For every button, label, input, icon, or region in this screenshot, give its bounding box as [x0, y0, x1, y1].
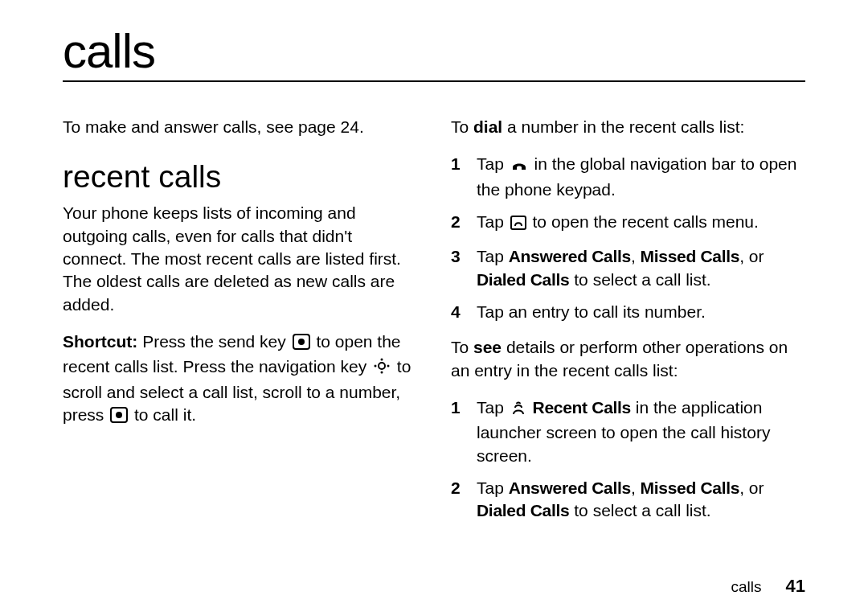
recent-calls-app-icon [510, 399, 526, 421]
title-rule [63, 80, 805, 82]
c2: , or [739, 247, 764, 265]
step-text: Tap Recent Calls in the application laun… [477, 396, 805, 467]
navigation-key-icon [373, 357, 391, 380]
dial-intro: To dial a number in the recent calls lis… [451, 116, 805, 138]
s2-2-b: to select a call list. [569, 501, 710, 519]
shortcut-paragraph: Shortcut: Press the send key to open the… [63, 331, 417, 429]
step2-b: to open the recent calls menu. [528, 212, 759, 231]
see-a: To [451, 338, 473, 356]
step-text: Tap Answered Calls, Missed Calls, or Dia… [477, 245, 805, 291]
send-key-icon [293, 333, 310, 355]
left-column: To make and answer calls, see page 24. r… [63, 116, 417, 536]
send-key-icon [110, 406, 128, 429]
recent-calls-app-label: Recent Calls [533, 398, 631, 417]
see-steps: 1 Tap Recent Calls in the application la… [451, 396, 805, 523]
footer-page-number: 41 [786, 576, 805, 597]
page-title: calls [63, 27, 805, 76]
step-number: 1 [451, 153, 465, 201]
columns: To make and answer calls, see page 24. r… [63, 116, 805, 536]
answered-calls-label: Answered Calls [509, 247, 631, 265]
section-heading-recent-calls: recent calls [63, 161, 417, 194]
recent-calls-menu-icon [510, 213, 526, 236]
c1: , [631, 247, 641, 265]
right-column: To dial a number in the recent calls lis… [451, 116, 805, 536]
see-b: details or perform other operations on a… [451, 338, 788, 379]
s2-2-a: Tap [477, 478, 509, 497]
see-step-1: 1 Tap Recent Calls in the application la… [451, 396, 805, 467]
phone-icon [510, 155, 528, 178]
svg-point-3 [381, 359, 383, 361]
step-number: 1 [451, 396, 465, 467]
dialed-calls-label: Dialed Calls [477, 270, 569, 289]
footer-section: calls [731, 578, 762, 596]
shortcut-text-a: Press the send key [137, 332, 290, 351]
step3-b: to select a call list. [569, 270, 710, 289]
c1b: , [631, 478, 641, 497]
svg-point-5 [375, 365, 377, 368]
shortcut-text-d: to call it. [129, 405, 196, 424]
missed-calls-label: Missed Calls [641, 478, 740, 497]
s2-1-a: Tap [477, 398, 509, 417]
step3-a: Tap [477, 247, 509, 265]
see-bold: see [473, 338, 502, 356]
shortcut-label: Shortcut: [63, 332, 137, 351]
svg-point-8 [116, 412, 122, 418]
see-intro: To see details or perform other operatio… [451, 336, 805, 382]
step-text: Tap in the global navigation bar to open… [477, 153, 805, 201]
recent-calls-description: Your phone keeps lists of incoming and o… [63, 202, 417, 316]
see-step-2: 2 Tap Answered Calls, Missed Calls, or D… [451, 477, 805, 523]
step-text: Tap to open the recent calls menu. [477, 211, 805, 236]
dialed-calls-label: Dialed Calls [477, 501, 569, 519]
step-3: 3 Tap Answered Calls, Missed Calls, or D… [451, 245, 805, 291]
dial-bold: dial [473, 117, 502, 136]
svg-point-4 [381, 372, 383, 374]
page: calls To make and answer calls, see page… [0, 0, 868, 616]
svg-point-2 [379, 363, 385, 369]
step1-a: Tap [477, 154, 509, 173]
step-text: Tap Answered Calls, Missed Calls, or Dia… [477, 477, 805, 523]
step2-a: Tap [477, 212, 509, 231]
dial-steps: 1 Tap in the global navigation bar to op… [451, 153, 805, 323]
step-number: 4 [451, 301, 465, 323]
svg-point-6 [387, 365, 390, 368]
step-2: 2 Tap to open the recent calls menu. [451, 211, 805, 236]
step-text: Tap an entry to call its number. [477, 301, 805, 323]
step-4: 4 Tap an entry to call its number. [451, 301, 805, 323]
intro-text: To make and answer calls, see page 24. [63, 116, 417, 138]
dial-b: a number in the recent calls list: [502, 117, 744, 136]
answered-calls-label: Answered Calls [509, 478, 631, 497]
step-number: 3 [451, 245, 465, 291]
step-number: 2 [451, 477, 465, 523]
missed-calls-label: Missed Calls [641, 247, 740, 265]
dial-a: To [451, 117, 473, 136]
step-1: 1 Tap in the global navigation bar to op… [451, 153, 805, 201]
svg-point-1 [298, 339, 305, 345]
step-number: 2 [451, 211, 465, 236]
page-footer: calls 41 [731, 576, 806, 597]
c2b: , or [739, 478, 764, 497]
